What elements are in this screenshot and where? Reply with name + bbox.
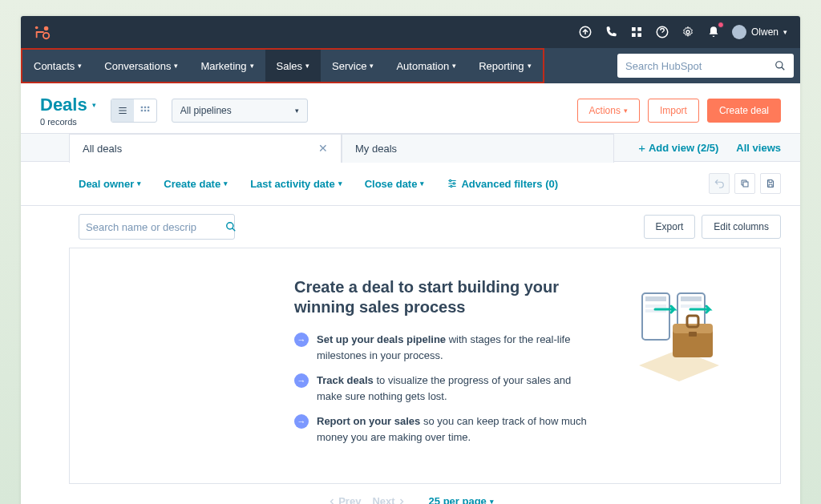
svg-rect-21 (148, 110, 149, 111)
advanced-filters-button[interactable]: Advanced filters (0) (447, 178, 558, 190)
empty-title: Create a deal to start building your win… (294, 277, 591, 317)
filters-row: Deal owner▾ Create date▾ Last activity d… (21, 162, 800, 206)
svg-point-29 (227, 223, 233, 229)
svg-rect-20 (144, 110, 146, 111)
help-icon[interactable] (655, 25, 669, 39)
svg-point-4 (43, 33, 49, 38)
user-menu[interactable]: Olwen ▾ (732, 25, 787, 39)
svg-rect-28 (743, 182, 748, 187)
empty-bullet: → Track deals to visualize the progress … (294, 373, 591, 404)
tab-all-deals[interactable]: All deals ✕ (69, 134, 342, 163)
menubar: Contacts▾ Conversations▾ Marketing▾ Sale… (21, 48, 800, 83)
close-icon[interactable]: ✕ (318, 142, 328, 155)
empty-bullet: → Report on your sales so you can keep t… (294, 413, 591, 445)
global-search[interactable] (617, 54, 794, 78)
records-count: 0 records (40, 117, 96, 127)
svg-rect-32 (645, 296, 666, 301)
svg-rect-6 (632, 27, 636, 31)
add-view-button[interactable]: + Add view (2/5) (638, 141, 718, 155)
name-search-input[interactable] (86, 221, 220, 233)
svg-rect-16 (140, 107, 142, 108)
svg-rect-41 (689, 332, 697, 337)
svg-point-25 (450, 179, 451, 181)
chevron-down-icon: ▾ (92, 101, 96, 109)
view-toggle (111, 99, 157, 123)
list-view-button[interactable] (111, 99, 134, 122)
svg-rect-7 (637, 27, 641, 31)
svg-rect-36 (681, 296, 702, 301)
board-view-button[interactable] (134, 99, 156, 122)
tab-label: All deals (83, 143, 122, 155)
nav-contacts[interactable]: Contacts▾ (22, 50, 93, 82)
arrow-icon: → (294, 373, 309, 388)
undo-button[interactable] (709, 173, 730, 194)
nav-automation[interactable]: Automation▾ (385, 50, 467, 82)
filter-close-date[interactable]: Close date▾ (365, 178, 425, 190)
svg-rect-9 (637, 33, 641, 37)
tools-row: Export Edit columns (21, 206, 800, 248)
empty-illustration (623, 277, 735, 381)
page-header: Deals ▾ 0 records All pipelines ▾ Action… (21, 83, 800, 133)
phone-icon[interactable] (604, 25, 618, 39)
svg-rect-17 (144, 107, 146, 108)
svg-rect-8 (632, 33, 636, 37)
search-icon (774, 60, 786, 71)
name-search[interactable] (79, 214, 235, 240)
nav-sales[interactable]: Sales▾ (265, 50, 322, 82)
create-deal-button[interactable]: Create deal (707, 99, 781, 123)
copy-button[interactable] (734, 173, 755, 194)
upgrade-icon[interactable] (578, 25, 592, 39)
hubspot-logo[interactable] (34, 23, 51, 41)
notifications-icon[interactable] (706, 25, 721, 39)
chevron-down-icon: ▾ (295, 107, 299, 115)
svg-rect-37 (681, 304, 702, 308)
edit-columns-button[interactable]: Edit columns (702, 215, 781, 239)
per-page-select[interactable]: 25 per page▾ (429, 495, 494, 504)
all-views-link[interactable]: All views (736, 142, 781, 154)
save-button[interactable] (760, 173, 781, 194)
svg-point-11 (686, 30, 690, 34)
filter-deal-owner[interactable]: Deal owner▾ (79, 178, 141, 190)
arrow-icon: → (294, 333, 309, 347)
svg-point-12 (776, 62, 783, 68)
svg-point-3 (35, 26, 38, 30)
nav-conversations[interactable]: Conversations▾ (93, 50, 189, 82)
tabs-row: All deals ✕ My deals + Add view (2/5) Al… (21, 133, 800, 162)
arrow-icon: → (294, 414, 309, 429)
settings-icon[interactable] (681, 25, 695, 39)
page-title-dropdown[interactable]: Deals ▾ (40, 95, 96, 115)
empty-bullet: → Set up your deals pipeline with stages… (294, 332, 591, 363)
svg-point-27 (451, 185, 452, 187)
svg-rect-2 (36, 31, 44, 33)
global-search-input[interactable] (625, 60, 774, 72)
marketplace-icon[interactable] (629, 25, 644, 39)
next-button[interactable]: Next (372, 495, 406, 504)
svg-rect-33 (645, 304, 666, 308)
filter-last-activity-date[interactable]: Last activity date▾ (250, 178, 342, 190)
svg-point-0 (44, 26, 49, 31)
chevron-down-icon: ▾ (783, 28, 787, 36)
svg-point-26 (454, 183, 455, 184)
page-title: Deals (40, 95, 87, 115)
search-icon (225, 221, 237, 232)
pagination: Prev Next 25 per page▾ (21, 484, 800, 504)
notification-badge (718, 22, 724, 28)
svg-rect-18 (148, 107, 149, 108)
svg-rect-19 (140, 110, 142, 111)
tab-label: My deals (355, 143, 397, 155)
avatar (732, 25, 746, 39)
nav-service[interactable]: Service▾ (321, 50, 385, 82)
prev-button[interactable]: Prev (327, 495, 361, 504)
export-button[interactable]: Export (644, 215, 696, 239)
pipeline-label: All pipelines (180, 105, 232, 116)
filter-create-date[interactable]: Create date▾ (164, 178, 228, 190)
actions-button[interactable]: Actions▾ (577, 99, 640, 123)
nav-reporting[interactable]: Reporting▾ (467, 50, 542, 82)
nav-highlight-box: Contacts▾ Conversations▾ Marketing▾ Sale… (21, 48, 544, 83)
nav-marketing[interactable]: Marketing▾ (189, 50, 265, 82)
user-name: Olwen (751, 26, 779, 38)
tab-my-deals[interactable]: My deals (342, 134, 614, 163)
topbar: Olwen ▾ (21, 16, 800, 48)
import-button[interactable]: Import (648, 99, 699, 123)
pipeline-select[interactable]: All pipelines ▾ (172, 99, 308, 123)
